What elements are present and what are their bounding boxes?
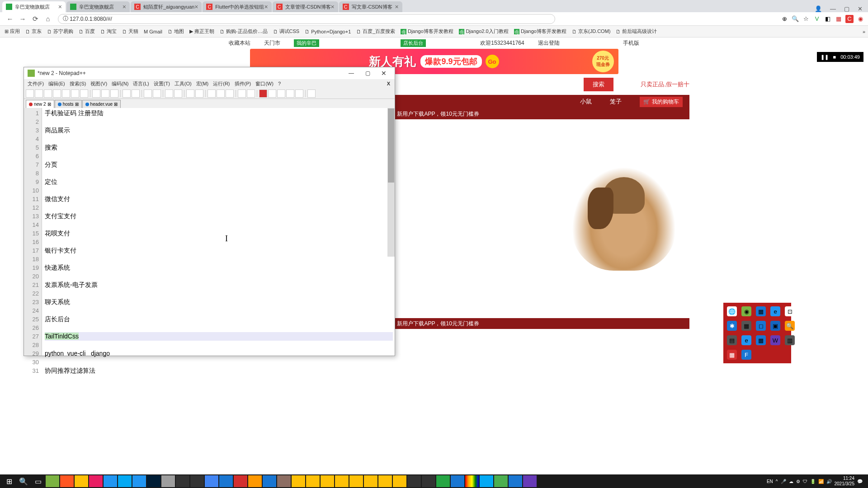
menu-macro[interactable]: 宏(M): [194, 80, 211, 88]
menu-view[interactable]: 视图(V): [89, 80, 109, 88]
cat-link[interactable]: 小鼠: [580, 98, 592, 106]
task-app[interactable]: [132, 475, 146, 487]
stop-icon[interactable]: ■: [833, 54, 836, 60]
app-icon[interactable]: 🌐: [727, 306, 737, 316]
tool-icon[interactable]: [247, 89, 255, 98]
task-app[interactable]: [176, 475, 189, 487]
menu-edit[interactable]: 编辑(E): [47, 80, 67, 88]
browser-tab[interactable]: CFlutter中的单选按钮组×: [203, 1, 271, 12]
zoomout-icon[interactable]: [174, 89, 182, 98]
ext-icon[interactable]: ▦: [835, 15, 843, 23]
close-icon[interactable]: ✕: [858, 5, 863, 12]
star-icon[interactable]: ☆: [802, 15, 810, 23]
clock[interactable]: 11:24 2021/3/25: [835, 476, 855, 487]
home-icon[interactable]: ⌂: [43, 14, 53, 24]
print-icon[interactable]: [80, 89, 88, 98]
ext-icon[interactable]: ◉: [856, 15, 864, 23]
tray-icon[interactable]: ^: [776, 479, 778, 484]
bookmark-item[interactable]: ▶ 雍正王朝: [188, 27, 216, 36]
menu-settings[interactable]: 设置(T): [152, 80, 172, 88]
app-icon[interactable]: ◻: [756, 321, 766, 331]
tray-icon[interactable]: 🔋: [810, 479, 816, 484]
task-folder[interactable]: [393, 475, 406, 487]
app-icon[interactable]: ▦: [756, 335, 766, 345]
fav-link[interactable]: 收藏本站: [229, 39, 250, 47]
task-app[interactable]: [118, 475, 132, 487]
play-icon[interactable]: [277, 89, 285, 98]
zoom-icon[interactable]: 🔍: [791, 15, 799, 23]
close-icon[interactable]: ×: [395, 3, 399, 10]
forward-icon[interactable]: →: [18, 14, 28, 24]
task-folder[interactable]: [378, 475, 392, 487]
task-app[interactable]: [219, 475, 233, 487]
close-icon[interactable]: ×: [58, 3, 62, 10]
scroll-thumb[interactable]: [388, 108, 394, 183]
app-icon[interactable]: ▦: [756, 306, 766, 316]
menu-language[interactable]: 语言(L): [131, 80, 151, 88]
translate-icon[interactable]: ⊕: [780, 15, 788, 23]
bookmark-item[interactable]: 🗋 购购-正品低价…品: [218, 27, 269, 36]
tray-icon[interactable]: ⚙: [796, 479, 800, 484]
browser-tab[interactable]: 辛巴宠物旗舰店×: [2, 1, 66, 12]
menu-window[interactable]: 窗口(W): [254, 80, 275, 88]
cat-link[interactable]: 笼子: [610, 98, 622, 106]
task-folder[interactable]: [364, 475, 377, 487]
ext-icon[interactable]: C: [845, 15, 854, 23]
undo-icon[interactable]: [123, 89, 131, 98]
task-app[interactable]: [104, 475, 117, 487]
task-folder[interactable]: [335, 475, 349, 487]
copy-icon[interactable]: [101, 89, 109, 98]
npp-doc-tab[interactable]: header.vue⊠: [82, 100, 121, 108]
app-icon[interactable]: ▥: [785, 335, 795, 345]
app-icon[interactable]: ▦: [727, 350, 737, 360]
ext-icon[interactable]: ◧: [824, 15, 832, 23]
bookmark-item[interactable]: 🗋 苏宁易购: [45, 27, 75, 36]
saveall-icon[interactable]: [53, 89, 61, 98]
browser-tab[interactable]: C鲲陌度轩_aiguangyuan×: [131, 1, 202, 12]
find-icon[interactable]: [144, 89, 152, 98]
ext-icon[interactable]: V: [813, 15, 821, 23]
bookmark-item[interactable]: M Gmail: [142, 28, 164, 35]
close-icon[interactable]: ×: [264, 3, 268, 10]
close-icon[interactable]: ×: [331, 3, 335, 10]
search-button[interactable]: 搜索: [584, 78, 613, 91]
overflow-icon[interactable]: »: [863, 29, 865, 34]
pause-icon[interactable]: ❚❚: [821, 54, 829, 60]
tool-icon[interactable]: [286, 89, 294, 98]
tool-icon[interactable]: [238, 89, 246, 98]
code-content[interactable]: 手机验证码 注册登陆商品展示搜索分页定位微信支付支付宝支付花呗支付银行卡支付快递…: [42, 108, 395, 356]
task-app[interactable]: [509, 475, 522, 487]
bookmark-item[interactable]: 🗋 地图: [166, 27, 186, 36]
logout-link[interactable]: 退出登陆: [538, 39, 560, 47]
app-icon[interactable]: W: [770, 335, 780, 345]
task-app[interactable]: [46, 475, 59, 487]
bookmark-item[interactable]: dj Django博客开发教程: [399, 27, 455, 36]
bookmark-item[interactable]: 🗋 前后端高级设计: [614, 27, 659, 36]
task-app[interactable]: [277, 475, 291, 487]
tray-icon[interactable]: 📶: [818, 479, 824, 484]
npp-titlebar[interactable]: *new 2 - Notepad++ — ▢ ✕: [24, 67, 395, 79]
menu-encoding[interactable]: 编码(N): [110, 80, 130, 88]
task-folder[interactable]: [292, 475, 305, 487]
tray-icon[interactable]: EN: [767, 479, 773, 484]
task-app[interactable]: [161, 475, 175, 487]
browser-tab[interactable]: C写文章-CSDN博客×: [339, 1, 402, 12]
maximize-icon[interactable]: ▢: [360, 69, 375, 78]
close-icon[interactable]: ×: [123, 3, 126, 10]
bookmark-item[interactable]: 🗋 京东(JD.COM): [570, 27, 613, 36]
app-icon[interactable]: ▦: [741, 321, 751, 331]
search-icon[interactable]: 🔍: [17, 475, 30, 487]
tray-icon[interactable]: 🎤: [781, 479, 786, 484]
tool-icon[interactable]: [208, 89, 216, 98]
taskview-icon[interactable]: ▭: [31, 475, 45, 487]
task-folder[interactable]: [321, 475, 334, 487]
tool-icon[interactable]: [217, 89, 225, 98]
bookmark-item[interactable]: 🗋 淘宝: [99, 27, 118, 36]
task-app[interactable]: [248, 475, 262, 487]
bookmark-item[interactable]: 🗋 百度_百度搜索: [354, 27, 397, 36]
task-app[interactable]: [465, 475, 479, 487]
task-app[interactable]: [422, 475, 435, 487]
task-app[interactable]: [190, 475, 204, 487]
record-icon[interactable]: [259, 89, 267, 98]
app-icon[interactable]: ✱: [727, 321, 737, 331]
